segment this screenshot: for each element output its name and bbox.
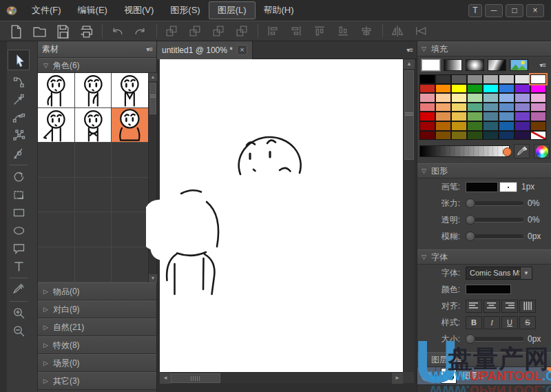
font-color-swatch[interactable]	[466, 285, 511, 294]
grid-scrollbar[interactable]: ▲ ▼	[148, 73, 156, 282]
color-swatch-#aeaeae[interactable]	[483, 74, 499, 84]
fill-corner-gradient-button[interactable]	[488, 59, 506, 71]
color-swatch-#45209a[interactable]	[514, 121, 530, 131]
color-swatch-#ffff00[interactable]	[451, 84, 467, 94]
open-folder-button[interactable]	[30, 23, 48, 39]
slider-knob[interactable]	[466, 198, 475, 208]
document-tab[interactable]: untitled1 @ 100% * ×	[157, 41, 253, 59]
eyedropper-button[interactable]	[514, 144, 530, 158]
canvas-menu-icon[interactable]: ▾≡	[406, 46, 417, 54]
canvas[interactable]	[160, 59, 403, 372]
color-swatch-#ffeda5[interactable]	[451, 93, 467, 103]
fill-radial-gradient-button[interactable]	[466, 59, 484, 71]
character-thumbnail-5[interactable]	[75, 108, 112, 143]
menu-item-3[interactable]: 图形(S)	[162, 2, 208, 19]
color-swatch-#241244[interactable]	[514, 131, 530, 141]
section-1[interactable]: ▷对白(9)	[38, 300, 156, 318]
section-5[interactable]: ▷其它(3)	[38, 372, 156, 390]
color-swatch-#ffffff[interactable]	[530, 74, 546, 84]
color-swatch-#c6c6c6[interactable]	[499, 74, 514, 84]
dropdown-arrow-icon[interactable]: ▼	[520, 267, 532, 279]
value-gradient-bar[interactable]	[419, 145, 510, 157]
color-swatch-#11315e[interactable]	[499, 131, 514, 141]
send-backward-button[interactable]	[209, 23, 227, 39]
new-file-button[interactable]	[7, 23, 25, 39]
character-thumbnail-2[interactable]	[75, 73, 112, 108]
color-swatch-#de8f4c[interactable]	[435, 112, 451, 121]
color-swatch-#7040c8[interactable]	[514, 112, 530, 121]
vertical-scrollbar[interactable]: ▲	[403, 59, 414, 372]
ellipse-tool[interactable]	[8, 222, 29, 238]
color-swatch-#7a6a10[interactable]	[451, 131, 467, 141]
color-swatch-#9c0000[interactable]	[419, 121, 435, 131]
align-bottom-button[interactable]	[334, 23, 352, 39]
color-swatch-#d40000[interactable]	[419, 112, 435, 121]
menu-item-2[interactable]: 视图(V)	[116, 2, 162, 19]
color-swatch-#5e92a8[interactable]	[483, 103, 499, 112]
text-tool[interactable]	[8, 258, 29, 274]
maximize-button[interactable]: □	[506, 4, 523, 17]
brush-preview[interactable]	[466, 182, 498, 192]
character-thumbnail-6[interactable]	[112, 108, 149, 143]
shape-section-header[interactable]: ▽ 图形	[417, 163, 551, 178]
rotate-tool[interactable]	[8, 168, 29, 185]
vertical-scroll-thumb[interactable]	[404, 70, 414, 160]
undo-button[interactable]	[108, 23, 126, 39]
redo-button[interactable]	[132, 23, 149, 39]
section-roles[interactable]: ▽ 角色(6)	[38, 58, 156, 73]
style-b-button[interactable]: B	[466, 316, 482, 329]
pen-convert-tool[interactable]	[8, 145, 29, 161]
align-top-button[interactable]	[311, 23, 329, 39]
select-tool[interactable]	[8, 50, 30, 70]
slider-knob[interactable]	[466, 231, 475, 241]
multi-node-tool[interactable]	[8, 127, 29, 143]
color-swatch-#f2a669[interactable]	[435, 103, 451, 112]
scroll-left-icon[interactable]: ◄	[160, 373, 171, 384]
color-swatch-#8cbcc2[interactable]	[483, 93, 499, 103]
align-right-button[interactable]	[287, 23, 305, 39]
color-swatch-none[interactable]	[530, 131, 546, 141]
scroll-down-icon[interactable]: ▼	[149, 274, 157, 282]
layer-thumbnail[interactable]	[441, 368, 457, 384]
font-section-header[interactable]: ▽ 字体	[417, 249, 551, 265]
color-swatch-#8a8a8a[interactable]	[467, 74, 483, 84]
add-node-tool[interactable]	[8, 91, 29, 107]
fill-section-header[interactable]: ▽ 填充	[417, 41, 551, 56]
section-3[interactable]: ▷特效(8)	[38, 336, 156, 354]
flip-horizontal-button[interactable]	[388, 23, 406, 39]
menu-item-0[interactable]: 文件(F)	[23, 2, 70, 19]
color-wheel-button[interactable]	[534, 144, 550, 158]
panel-menu-icon[interactable]: ▾≡	[453, 355, 461, 364]
zoom-out-tool[interactable]	[8, 322, 29, 339]
color-swatch-#7a1fd8[interactable]	[514, 84, 530, 94]
color-swatch-#000000[interactable]	[419, 74, 435, 84]
zoom-in-tool[interactable]	[8, 305, 29, 321]
color-swatch-#4e7e96[interactable]	[483, 112, 499, 121]
fill-image-button[interactable]	[510, 59, 528, 71]
style-s-button[interactable]: S	[519, 316, 536, 329]
color-swatch-#14333a[interactable]	[483, 131, 499, 141]
panel-menu-icon[interactable]: ▾≡	[539, 61, 551, 69]
bring-to-front-button[interactable]	[163, 23, 180, 39]
style-i-button[interactable]: I	[484, 316, 500, 329]
theme-button[interactable]: T	[468, 4, 482, 17]
color-swatch-#ecb2da[interactable]	[530, 93, 546, 103]
color-swatch-#70aa56[interactable]	[467, 112, 483, 121]
character-thumbnail-3[interactable]	[112, 73, 149, 108]
color-swatch-#333333[interactable]	[435, 74, 451, 84]
color-swatch-#a098de[interactable]	[514, 93, 530, 103]
color-swatch-#ff00ff[interactable]	[530, 84, 546, 94]
color-swatch-#6e3900[interactable]	[530, 121, 546, 131]
color-swatch-#d08cc4[interactable]	[530, 103, 546, 112]
section-2[interactable]: ▷自然(21)	[38, 318, 156, 336]
align-right-button[interactable]	[501, 300, 518, 313]
flip-vertical-button[interactable]	[412, 23, 430, 39]
color-swatch-#1460a8[interactable]	[499, 121, 514, 131]
font-family-select[interactable]: Comic Sans MS ▼	[466, 267, 532, 280]
color-swatch-#56a885[interactable]	[467, 103, 483, 112]
minimize-button[interactable]: ─	[485, 4, 503, 17]
color-swatch-#0c9a14[interactable]	[467, 84, 483, 94]
slider-knob[interactable]	[466, 215, 475, 225]
shape-slider-0[interactable]	[470, 201, 523, 206]
panel-menu-icon[interactable]: ▾≡	[146, 45, 152, 53]
